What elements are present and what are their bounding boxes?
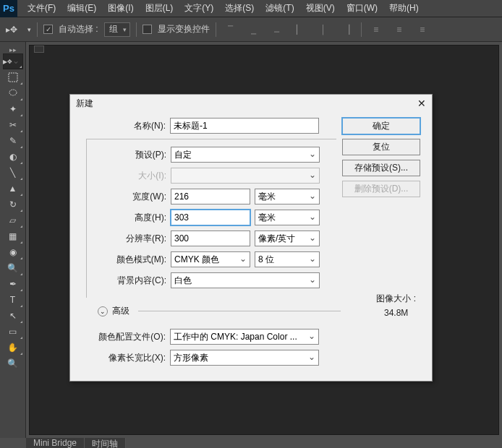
- options-bar: ▸✥ ▾ ✓ 自动选择 : 组 显示变换控件 ⎺ ⎯ ⎽ ▏ │ ▕ ≡ ≡ ≡: [0, 17, 502, 42]
- auto-select-checkbox[interactable]: ✓: [43, 25, 53, 34]
- close-button[interactable]: ✕: [417, 98, 426, 109]
- lasso-tool[interactable]: [3, 85, 23, 101]
- new-document-dialog: 新建 ✕ 名称(N): 确定 复位 存储预设(S)... 删除预设(D)... …: [69, 94, 433, 382]
- width-input[interactable]: [171, 189, 250, 204]
- image-size-info: 图像大小 : 34.8M: [376, 291, 416, 321]
- shape-tool[interactable]: ▭: [3, 324, 23, 340]
- align-hcenter-icon[interactable]: │: [315, 22, 332, 38]
- menu-edit[interactable]: 编辑(E): [61, 2, 102, 14]
- distribute-1-icon[interactable]: ≡: [367, 22, 385, 38]
- divider: [138, 311, 341, 311]
- resolution-label: 分辨率(R):: [87, 233, 171, 245]
- name-label: 名称(N):: [79, 120, 170, 132]
- separator: [216, 22, 216, 37]
- menu-file[interactable]: 文件(F): [22, 2, 61, 14]
- svg-rect-0: [9, 73, 17, 82]
- resolution-input[interactable]: [171, 231, 250, 246]
- save-preset-button[interactable]: 存储预设(S)...: [342, 160, 420, 176]
- ok-button[interactable]: 确定: [342, 118, 420, 134]
- text-tool[interactable]: T: [3, 292, 23, 308]
- color-profile-select[interactable]: 工作中的 CMYK: Japan Color ...: [170, 329, 319, 345]
- move-tool[interactable]: ▸✥: [3, 53, 23, 69]
- width-label: 宽度(W):: [87, 191, 171, 203]
- menu-filter[interactable]: 滤镜(T): [260, 2, 299, 14]
- move-tool-icon: ▸✥: [6, 25, 22, 35]
- menu-type[interactable]: 文字(Y): [179, 2, 219, 14]
- dodge-tool[interactable]: 🔍: [3, 260, 23, 276]
- menu-view[interactable]: 视图(V): [300, 2, 341, 14]
- align-left-icon[interactable]: ▏: [292, 22, 309, 38]
- align-right-icon[interactable]: ▕: [338, 22, 355, 38]
- brush-tool[interactable]: ╲: [3, 165, 23, 181]
- dialog-title: 新建: [76, 98, 93, 110]
- color-profile-label: 颜色配置文件(O):: [79, 331, 170, 343]
- separator: [37, 22, 38, 37]
- size-select: [171, 168, 320, 184]
- menu-layer[interactable]: 图层(L): [140, 2, 179, 14]
- image-size-value: 34.8M: [376, 306, 416, 320]
- bottom-panel-tabs: Mini Bridge 时间轴: [26, 438, 126, 448]
- tab-mini-bridge[interactable]: Mini Bridge: [26, 438, 85, 448]
- svg-point-1: [9, 90, 17, 95]
- zoom-tool[interactable]: 🔍: [3, 356, 23, 371]
- hand-tool[interactable]: ✋: [3, 340, 23, 356]
- dialog-titlebar: 新建 ✕: [70, 95, 432, 112]
- panel-tab-icon[interactable]: [34, 46, 44, 53]
- resolution-unit-select[interactable]: 像素/英寸: [255, 231, 320, 246]
- align-bottom-icon[interactable]: ⎽: [268, 22, 286, 38]
- eraser-tool[interactable]: ▱: [3, 212, 23, 228]
- heal-tool[interactable]: ◐: [3, 149, 23, 165]
- align-vcenter-icon[interactable]: ⎯: [245, 22, 263, 38]
- color-mode-label: 颜色模式(M):: [87, 254, 171, 266]
- background-select[interactable]: 白色: [171, 272, 320, 288]
- eyedropper-tool[interactable]: ✎: [3, 133, 23, 149]
- pixel-aspect-label: 像素长宽比(X):: [79, 352, 170, 364]
- separator: [361, 22, 362, 37]
- path-tool[interactable]: ↖: [3, 308, 23, 324]
- menu-image[interactable]: 图像(I): [102, 2, 139, 14]
- cancel-button[interactable]: 复位: [342, 139, 420, 155]
- pixel-aspect-select[interactable]: 方形像素: [170, 350, 319, 366]
- show-transform-checkbox[interactable]: [142, 25, 152, 34]
- show-transform-label: 显示变换控件: [158, 23, 210, 35]
- pen-tool[interactable]: ✒: [3, 276, 23, 292]
- menu-help[interactable]: 帮助(H): [383, 2, 425, 14]
- tool-preset-dropdown[interactable]: ▾: [27, 26, 31, 33]
- history-brush-tool[interactable]: ↻: [3, 197, 23, 212]
- distribute-3-icon[interactable]: ≡: [414, 22, 431, 38]
- dialog-buttons: 确定 复位 存储预设(S)... 删除预设(D)...: [342, 118, 420, 197]
- menu-select[interactable]: 选择(S): [219, 2, 260, 14]
- separator: [136, 22, 137, 37]
- wand-tool[interactable]: ✦: [3, 101, 23, 117]
- distribute-2-icon[interactable]: ≡: [391, 22, 408, 38]
- panel-collapse-icon[interactable]: ▸▸: [9, 46, 17, 53]
- align-top-icon[interactable]: ⎺: [222, 22, 239, 38]
- preset-label: 预设(P):: [87, 149, 171, 161]
- advanced-toggle[interactable]: ⌄: [98, 306, 108, 316]
- preset-select[interactable]: 自定: [171, 147, 320, 163]
- auto-select-combo[interactable]: 组: [104, 22, 130, 37]
- menu-window[interactable]: 窗口(W): [341, 2, 383, 14]
- image-size-label: 图像大小 :: [376, 291, 416, 306]
- height-input[interactable]: [171, 210, 250, 225]
- width-unit-select[interactable]: 毫米: [255, 189, 320, 204]
- bit-depth-select[interactable]: 8 位: [255, 251, 320, 267]
- tab-timeline[interactable]: 时间轴: [85, 438, 126, 448]
- height-label: 高度(H):: [87, 212, 171, 224]
- marquee-tool[interactable]: [3, 69, 23, 85]
- height-unit-select[interactable]: 毫米: [255, 210, 320, 225]
- advanced-section: ⌄ 高级: [98, 305, 341, 317]
- stamp-tool[interactable]: ▲: [3, 181, 23, 197]
- tools-panel: ▸▸ ▸✥ ✦ ✂ ✎ ◐ ╲ ▲ ↻ ▱ ▦ ◉ 🔍 ✒ T ↖ ▭ ✋ 🔍: [0, 42, 26, 438]
- color-mode-select[interactable]: CMYK 颜色: [171, 251, 250, 267]
- name-input[interactable]: [170, 118, 319, 134]
- crop-tool[interactable]: ✂: [3, 117, 23, 133]
- delete-preset-button: 删除预设(D)...: [342, 181, 420, 197]
- menu-bar: Ps 文件(F) 编辑(E) 图像(I) 图层(L) 文字(Y) 选择(S) 滤…: [0, 0, 502, 17]
- advanced-label: 高级: [112, 305, 129, 317]
- size-label: 大小(I):: [87, 170, 171, 182]
- ps-logo: Ps: [0, 0, 17, 17]
- blur-tool[interactable]: ◉: [3, 244, 23, 260]
- gradient-tool[interactable]: ▦: [3, 228, 23, 244]
- background-label: 背景内容(C):: [87, 275, 171, 287]
